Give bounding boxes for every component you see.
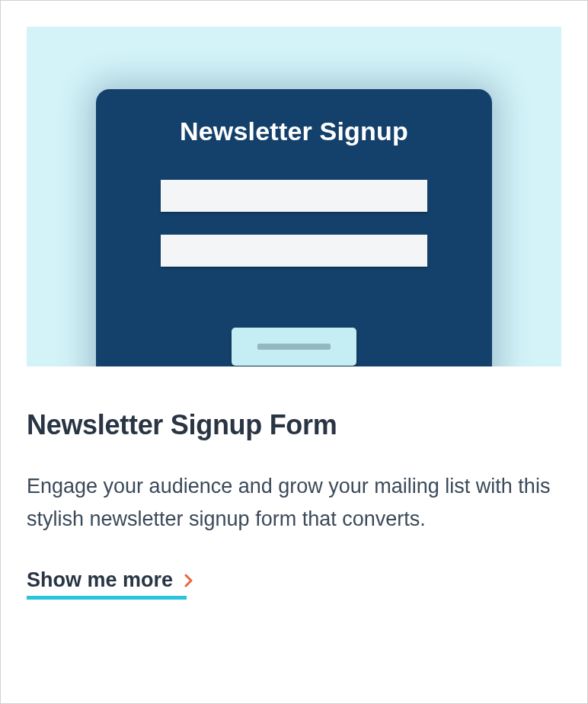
form-mockup-panel: Newsletter Signup [96,89,492,366]
template-card: Newsletter Signup Newsletter Signup Form… [0,0,588,704]
cta-label: Show me more [27,568,173,592]
card-description: Engage your audience and grow your maili… [27,470,561,535]
chevron-right-icon [184,573,194,588]
card-title: Newsletter Signup Form [27,409,561,441]
cta-underline [27,596,187,600]
form-mockup-button [232,328,356,366]
form-mockup-input-2 [161,235,427,267]
show-more-link[interactable]: Show me more [27,568,194,600]
form-mockup-button-label [257,344,331,350]
thumbnail-preview: Newsletter Signup [27,27,561,366]
card-content: Newsletter Signup Form Engage your audie… [1,366,587,630]
form-mockup-input-1 [161,180,427,212]
form-mockup-title: Newsletter Signup [180,117,408,146]
